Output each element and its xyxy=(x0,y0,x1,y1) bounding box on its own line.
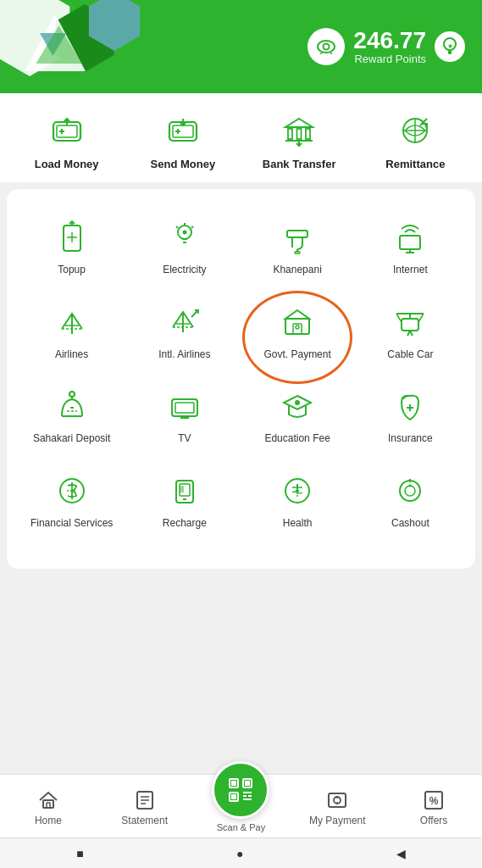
offers-nav-label: Offers xyxy=(420,815,447,826)
svg-marker-57 xyxy=(285,310,309,319)
svg-rect-73 xyxy=(175,403,194,413)
svg-rect-62 xyxy=(402,319,418,331)
load-money-label: Load Money xyxy=(35,158,99,170)
svg-rect-95 xyxy=(43,800,53,808)
service-intl-airlines[interactable]: Intl. Airlines xyxy=(128,291,241,376)
svg-line-55 xyxy=(191,310,198,317)
svg-rect-21 xyxy=(288,129,292,139)
statement-nav-label: Statement xyxy=(121,815,168,826)
electricity-icon xyxy=(163,216,206,259)
scan-pay-button[interactable] xyxy=(212,761,269,819)
svg-rect-46 xyxy=(400,236,420,249)
cashout-label: Cashout xyxy=(391,517,429,531)
insurance-label: Insurance xyxy=(388,432,433,446)
nav-my-payment[interactable]: My Payment xyxy=(303,788,371,826)
svg-point-3 xyxy=(318,41,335,53)
svg-line-37 xyxy=(176,226,178,228)
health-icon xyxy=(276,470,319,512)
svg-line-6 xyxy=(330,53,332,54)
svg-line-5 xyxy=(320,53,322,54)
service-sahakari[interactable]: Sahakari Deposit xyxy=(15,375,128,459)
nav-home[interactable]: Home xyxy=(14,788,82,826)
svg-rect-22 xyxy=(297,129,302,139)
nav-statement[interactable]: Statement xyxy=(111,788,179,826)
nav-offers[interactable]: % Offers xyxy=(400,788,468,826)
tv-label: TV xyxy=(178,432,191,446)
service-govt-payment[interactable]: Govt. Payment xyxy=(241,291,354,376)
my-payment-nav-label: My Payment xyxy=(309,815,366,826)
svg-point-59 xyxy=(296,326,299,329)
cable-car-icon xyxy=(389,301,431,343)
statement-icon xyxy=(133,788,157,812)
service-khanepani[interactable]: Khanepani xyxy=(241,206,354,291)
reward-label: Reward Points xyxy=(353,53,426,65)
svg-line-63 xyxy=(396,314,402,322)
svg-rect-56 xyxy=(285,319,309,334)
sahakari-label: Sahakari Deposit xyxy=(33,432,110,446)
remittance-label: Remittance xyxy=(385,158,445,170)
load-money-action[interactable]: Load Money xyxy=(25,108,109,170)
service-cashout[interactable]: Cashout xyxy=(354,459,467,544)
quick-actions-bar: Load Money Send Money xyxy=(0,93,482,182)
send-money-label: Send Money xyxy=(151,158,216,170)
service-electricity[interactable]: Electricity xyxy=(128,206,241,291)
cable-car-label: Cable Car xyxy=(387,348,433,362)
svg-rect-102 xyxy=(231,781,236,786)
service-recharge[interactable]: Recharge xyxy=(128,459,241,544)
service-tv[interactable]: TV xyxy=(128,375,241,459)
service-airlines[interactable]: Airlines xyxy=(15,291,128,376)
recharge-label: Recharge xyxy=(163,517,207,531)
education-label: Education Fee xyxy=(264,432,330,446)
svg-rect-9 xyxy=(448,50,452,54)
svg-rect-41 xyxy=(287,231,307,237)
send-money-action[interactable]: Send Money xyxy=(141,108,225,170)
svg-line-64 xyxy=(418,314,424,322)
khanepani-label: Khanepani xyxy=(273,264,321,277)
govt-payment-label: Govt. Payment xyxy=(263,348,330,362)
my-payment-icon xyxy=(325,788,349,812)
remittance-action[interactable]: Remittance xyxy=(373,108,457,170)
svg-marker-20 xyxy=(285,119,313,127)
service-topup[interactable]: Topup xyxy=(15,206,128,291)
android-back[interactable]: ◀ xyxy=(396,847,406,860)
svg-rect-85 xyxy=(180,486,184,492)
recharge-icon xyxy=(163,470,206,512)
govt-payment-icon xyxy=(276,301,319,343)
tv-icon xyxy=(163,385,206,427)
service-financial[interactable]: Financial Services xyxy=(15,459,128,544)
svg-point-92 xyxy=(405,486,415,496)
services-grid: Topup Electricity xyxy=(15,206,467,543)
service-health[interactable]: Health xyxy=(241,459,354,544)
svg-rect-111 xyxy=(329,793,346,807)
svg-point-76 xyxy=(295,400,300,405)
eye-icon-wrap[interactable] xyxy=(307,28,345,65)
topup-label: Topup xyxy=(58,264,86,277)
service-internet[interactable]: Internet xyxy=(354,206,467,291)
svg-text:%: % xyxy=(429,795,439,807)
eye-icon xyxy=(316,39,336,54)
reward-text: 246.77 Reward Points xyxy=(353,29,426,65)
service-cable-car[interactable]: Cable Car xyxy=(354,291,467,376)
education-icon xyxy=(276,385,319,427)
internet-label: Internet xyxy=(393,264,428,277)
app-header: 246.77 Reward Points ★ xyxy=(0,0,482,93)
home-nav-label: Home xyxy=(35,815,62,826)
logo-triangles xyxy=(17,10,93,86)
service-education[interactable]: Education Fee xyxy=(241,375,354,459)
android-system-bar: ■ ● ◀ xyxy=(0,837,482,868)
svg-point-69 xyxy=(69,392,75,397)
cashout-icon xyxy=(389,470,431,512)
svg-point-4 xyxy=(324,44,330,50)
services-card: Topup Electricity xyxy=(7,189,475,569)
financial-icon xyxy=(51,470,93,512)
svg-point-93 xyxy=(409,484,412,487)
android-circle[interactable]: ● xyxy=(236,847,243,860)
bank-transfer-action[interactable]: Bank Transfer xyxy=(257,108,341,170)
nav-scan-pay: Scan & Pay xyxy=(207,782,274,832)
insurance-icon xyxy=(389,385,431,427)
svg-rect-106 xyxy=(231,794,236,799)
offers-icon: % xyxy=(422,788,446,812)
android-square[interactable]: ■ xyxy=(76,847,83,860)
header-decoration xyxy=(0,0,186,93)
service-insurance[interactable]: Insurance xyxy=(354,375,467,459)
